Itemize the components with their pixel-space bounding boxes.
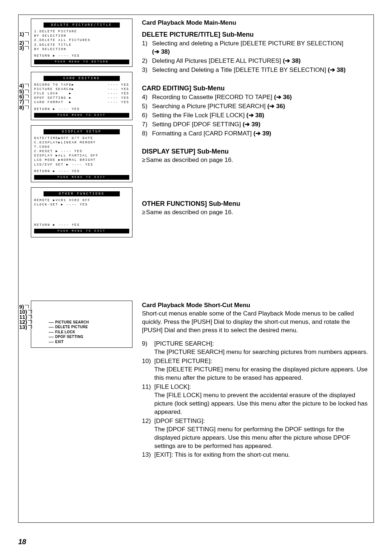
screen-return: RETURN ▶ ---- YES xyxy=(34,169,129,174)
screen-row: PICTURE SEARCH▶---- YES xyxy=(34,87,129,91)
screen-card-editing: CARD EDITING RECORD TO TAPE▶---- YES PIC… xyxy=(31,72,132,120)
screen-footer: PUSH MENU TO EXIT xyxy=(34,229,129,233)
page-number: 18 xyxy=(18,538,26,546)
shortcut-desc: 11)[FILE LOCK]: The [FILE LOCK] menu to … xyxy=(142,383,368,416)
screen-header: DISPLAY SETUP xyxy=(44,129,120,134)
screen-row: C.DISPLAY▶LINEAR MEMORY xyxy=(34,140,129,145)
list-item: 8)Formatting a Card [CARD FORMAT] (➔ 39) xyxy=(142,130,368,138)
shortcut-desc: 9)[PICTURE SEARCH]: The [PICTURE SEARCH]… xyxy=(142,340,368,357)
right-column: Card Playback Mode Main-Menu DELETE PICT… xyxy=(138,15,373,522)
list-item: 1) Selecting and deleting a Picture [DEL… xyxy=(142,40,368,56)
list-item: 5)Searching a Picture [PICTURE SEARCH] (… xyxy=(142,102,368,111)
screen-line: 2.DELETE ALL PICTURES xyxy=(34,38,129,42)
list-item: 4)Recording to Cassette [RECORD TO TAPE]… xyxy=(142,93,368,102)
screen-row: CARD FORMAT ▶---- YES xyxy=(34,100,129,105)
screen-row: DPOF SETTING ▶---- YES xyxy=(34,96,129,100)
shortcut-desc: 10)[DELETE PICTURE]: The [DELETE PICTURE… xyxy=(142,357,368,382)
list-item: 2) Deleting All Pictures [DELETE ALL PIC… xyxy=(142,57,368,65)
screen-line: 1.DELETE PICTURE xyxy=(34,29,129,34)
screen-display-setup: DISPLAY SETUP DATE/TIME▶OFF D/T DATE C.D… xyxy=(31,125,132,182)
list-item: 6)Setting the File Lock [FILE LOCK] (➔ 3… xyxy=(142,111,368,120)
screen-row: DATE/TIME▶OFF D/T DATE xyxy=(34,136,129,140)
list-item: 7)Setting DPOF [DPOF SETTING] (➔ 39) xyxy=(142,121,368,129)
screen-header: CARD EDITING xyxy=(44,76,120,81)
screen-row: DISPLAY ▶ALL PARTIAL OFF xyxy=(34,154,129,158)
screen-row: C.RESET ▶ ---- YES xyxy=(34,149,129,154)
shortcut-item: PICTURE SEARCH xyxy=(49,320,132,325)
callout-1: 1) xyxy=(19,31,29,37)
screen-row: RECORD TO TAPE▶---- YES xyxy=(34,83,129,87)
callout-3: 3) xyxy=(19,45,29,51)
submenu-heading-delete: DELETE PICTURE/TITLE] Sub-Menu xyxy=(142,31,368,38)
screen-return: RETURN ▶ ---- YES xyxy=(34,54,129,58)
screen-row: REMOTE ▶VCR1 VCR2 OFF xyxy=(34,198,129,203)
screen-return: RETURN ▶ ---- YES xyxy=(34,107,129,111)
screen-footer: PUSH MENU TO RETURN xyxy=(34,60,129,64)
shortcut-item: DELETE PICTURE xyxy=(49,325,132,330)
callout-8: 8) xyxy=(19,104,29,110)
screen-row: CLOCK-SET ▶ ---- YES xyxy=(34,203,129,207)
callout-7: 7) xyxy=(19,98,29,105)
screen-footer: PUSH MENU TO EXIT xyxy=(34,113,129,118)
screen-line: BY SELECTION xyxy=(34,34,129,38)
screen-return: RETURN ▶ ---- YES xyxy=(34,223,129,227)
screen-delete-picture: DELETE PICTURE/TITLE 1.DELETE PICTURE BY… xyxy=(31,19,132,67)
screen-other-functions: OTHER FUNCTIONS REMOTE ▶VCR1 VCR2 OFF CL… xyxy=(31,187,132,237)
note: Same as described on page 16. xyxy=(142,209,368,216)
screen-footer: PUSH MENU TO EXIT xyxy=(34,175,129,180)
shortcut-item: DPOF SETTING xyxy=(49,334,132,339)
manual-page: 1) 2) 3) DELETE PICTURE/TITLE 1.DELETE P… xyxy=(18,15,374,523)
submenu-heading-card: CARD EDITING] Sub-Menu xyxy=(142,85,368,92)
callout-13: 13) xyxy=(19,324,32,330)
screen-row: LCD MODE ▶NORMAL BRIGHT xyxy=(34,158,129,162)
callout-4: 4) xyxy=(19,82,29,89)
note: Same as described on page 16. xyxy=(142,156,368,164)
screen-line: BY SELECTION xyxy=(34,47,129,52)
screen-row: LCD/EVF SET ▶ ---- YES xyxy=(34,163,129,167)
screen-line: 3.DELETE TITLE xyxy=(34,43,129,47)
screen-shortcut-menu: PICTURE SEARCH DELETE PICTURE FILE LOCK … xyxy=(31,301,132,348)
shortcut-item: FILE LOCK xyxy=(49,330,132,335)
screen-row: FILE LOCK ▶---- YES xyxy=(34,91,129,96)
shortcut-title: Card Playback Mode Short-Cut Menu xyxy=(142,302,368,309)
screen-header: OTHER FUNCTIONS xyxy=(44,191,120,196)
main-menu-title: Card Playback Mode Main-Menu xyxy=(142,19,368,27)
screen-row: T.CODE xyxy=(34,145,129,149)
submenu-heading-display: DISPLAY SETUP] Sub-Menu xyxy=(142,148,368,155)
shortcut-intro: Short-cut menus enable some of the Card … xyxy=(142,310,368,335)
shortcut-item: EXIT xyxy=(49,339,132,345)
shortcut-desc: 13)[EXIT]: This is for exiting from the … xyxy=(142,451,368,459)
list-item: 3) Selecting and Deleting a Title [DELET… xyxy=(142,66,368,74)
submenu-heading-other: OTHER FUNCTIONS] Sub-Menu xyxy=(142,200,368,208)
screen-header: DELETE PICTURE/TITLE xyxy=(44,23,120,28)
shortcut-desc: 12)[DPOF SETTING]: The [DPOF SETTING] me… xyxy=(142,417,368,451)
left-column: 1) 2) 3) DELETE PICTURE/TITLE 1.DELETE P… xyxy=(19,15,138,522)
